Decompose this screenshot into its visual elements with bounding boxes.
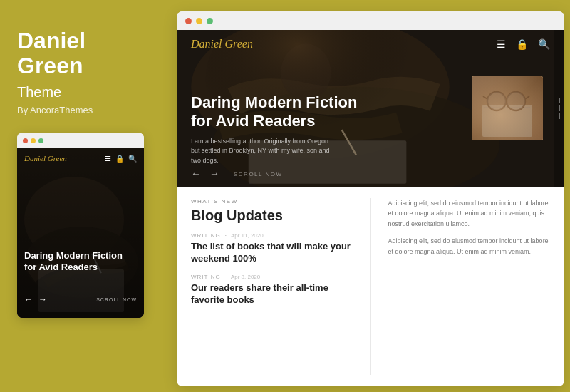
blog-section-title: Blog Updates (191, 207, 353, 224)
article-1-date: Apr 11, 2020 (231, 232, 264, 239)
desktop-hamburger-icon[interactable]: ☰ (497, 38, 506, 51)
hero-bottom-controls: ← → SCROLL NOW (191, 168, 550, 180)
article-2-category: WRITING (191, 274, 221, 280)
hero-scroll-label: SCROLL NOW (234, 171, 283, 177)
svg-rect-16 (484, 110, 527, 110)
article-2-title[interactable]: Our readers share their all-time favorit… (191, 282, 353, 306)
hero-thumbnail (472, 76, 543, 140)
right-panel: Daniel Green ☰ 🔒 🔍 Daring Modern Fiction… (177, 11, 564, 386)
blog-left: WHAT'S NEW Blog Updates WRITING · Apr 11… (191, 198, 353, 375)
hero-right-arrow[interactable]: → (209, 168, 219, 180)
svg-rect-13 (472, 76, 543, 140)
desktop-search-icon[interactable]: 🔍 (538, 38, 550, 51)
mobile-dot-yellow (31, 138, 36, 143)
svg-line-20 (483, 96, 487, 99)
mobile-bottom-bar: ← → SCROLL NOW (24, 294, 137, 305)
mobile-hero-text: Daring Modern Fiction for Avid Readers (24, 250, 137, 275)
mobile-content: Daniel Green ☰ 🔒 🔍 Daring Modern Fiction… (17, 148, 144, 318)
article-2-meta: WRITING · Apr 8, 2020 (191, 274, 353, 280)
svg-rect-12 (472, 76, 543, 140)
desktop-nav: Daniel Green ☰ 🔒 🔍 (177, 30, 564, 58)
hero-thumbnail-image (472, 76, 543, 140)
article-1-title[interactable]: The list of books that will make your we… (191, 241, 353, 265)
mobile-logo: Daniel Green (24, 154, 67, 163)
blog-article-1: WRITING · Apr 11, 2020 The list of books… (191, 232, 353, 265)
blog-divider (370, 198, 371, 375)
theme-subtitle: Theme (17, 84, 154, 100)
scroll-line-2 (559, 105, 560, 111)
desktop-hero: Daniel Green ☰ 🔒 🔍 Daring Modern Fiction… (177, 30, 564, 187)
article-1-meta: WRITING · Apr 11, 2020 (191, 232, 353, 239)
hero-description: I am a bestselling author. Originally fr… (191, 137, 333, 166)
svg-point-23 (507, 92, 525, 110)
left-panel: Daniel Green Theme By AncoraThemes (0, 0, 171, 392)
blog-right-text-1: Adipiscing elit, sed do eiusmod tempor i… (388, 198, 551, 229)
mobile-right-arrow[interactable]: → (38, 294, 47, 305)
desktop-dot-yellow[interactable] (196, 18, 202, 24)
blog-right: Adipiscing elit, sed do eiusmod tempor i… (388, 198, 551, 375)
article-2-separator: · (225, 274, 227, 280)
theme-by: By AncoraThemes (17, 105, 154, 115)
mobile-search-icon[interactable]: 🔍 (128, 155, 137, 163)
svg-point-22 (487, 92, 506, 110)
svg-rect-14 (482, 105, 532, 137)
blog-right-text-2: Adipiscing elit, sed do eiusmod tempor i… (388, 236, 551, 257)
desktop-dot-red[interactable] (185, 18, 192, 24)
mobile-top-bar (17, 133, 144, 148)
mobile-left-arrow[interactable]: ← (24, 294, 33, 305)
article-1-category: WRITING (191, 232, 221, 239)
mobile-nav: Daniel Green ☰ 🔒 🔍 (17, 154, 144, 163)
mobile-bg-overlay (17, 148, 144, 318)
mobile-arrows: ← → (24, 294, 47, 305)
mobile-nav-icons: ☰ 🔒 🔍 (105, 155, 137, 163)
hero-content: Daring Modern Fiction for Avid Readers I… (191, 93, 357, 165)
article-1-separator: · (225, 232, 227, 239)
svg-rect-15 (484, 107, 530, 108)
svg-line-21 (525, 96, 529, 99)
scroll-line-1 (559, 98, 560, 103)
mobile-hamburger-icon[interactable]: ☰ (105, 155, 111, 163)
desktop-lock-icon[interactable]: 🔒 (516, 38, 528, 51)
mobile-dot-green (38, 138, 43, 143)
desktop-blog: WHAT'S NEW Blog Updates WRITING · Apr 11… (177, 187, 564, 386)
desktop-logo: Daniel Green (191, 38, 253, 51)
mobile-scroll-label: SCROLL NOW (96, 297, 137, 302)
mobile-hero-heading: Daring Modern Fiction for Avid Readers (24, 250, 137, 272)
svg-point-17 (487, 92, 506, 110)
blog-article-2: WRITING · Apr 8, 2020 Our readers share … (191, 274, 353, 306)
desktop-dot-green[interactable] (207, 18, 213, 24)
desktop-nav-icons: ☰ 🔒 🔍 (497, 38, 550, 51)
svg-point-18 (507, 92, 525, 110)
desktop-top-bar (177, 11, 564, 30)
hero-heading: Daring Modern Fiction for Avid Readers (191, 93, 357, 131)
theme-title: Daniel Green (17, 29, 154, 78)
mobile-mockup: Daniel Green ☰ 🔒 🔍 Daring Modern Fiction… (17, 133, 144, 318)
mobile-lock-icon[interactable]: 🔒 (115, 155, 124, 163)
blog-section-label: WHAT'S NEW (191, 198, 353, 205)
scroll-line-3 (559, 113, 560, 119)
mobile-dot-red (23, 138, 28, 143)
hero-left-arrow[interactable]: ← (191, 168, 201, 180)
article-2-date: Apr 8, 2020 (231, 274, 260, 280)
